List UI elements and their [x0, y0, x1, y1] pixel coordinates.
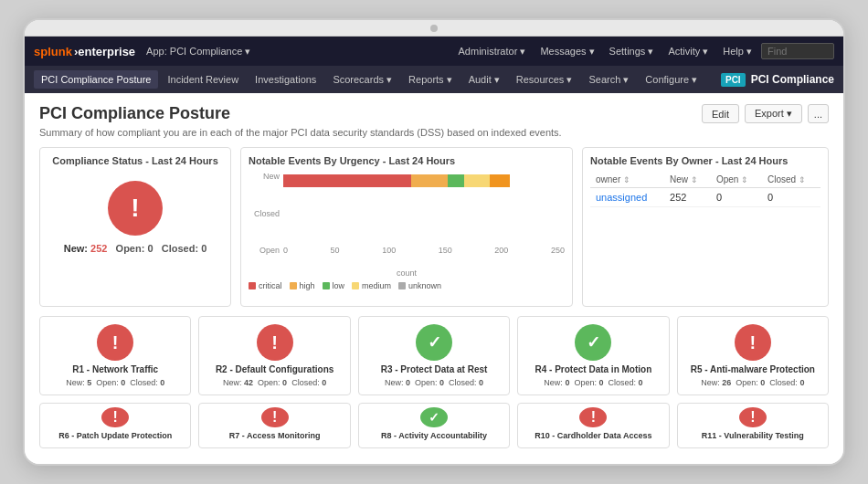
device-frame: splunk›enterprise App: PCI Compliance ▾ … — [23, 18, 845, 466]
x-label-100: 100 — [382, 246, 396, 255]
r1-counts: New: 5 Open: 0 Closed: 0 — [66, 378, 164, 387]
legend-high: high — [290, 281, 315, 290]
top-nav-links: Administrator ▾ Messages ▾ Settings ▾ Ac… — [453, 43, 834, 59]
card-r4: ✓ R4 - Protect Data in Motion New: 0 Ope… — [517, 316, 669, 395]
owner-panel-title: Notable Events By Owner - Last 24 Hours — [590, 155, 820, 166]
nav-resources[interactable]: Resources ▾ — [509, 70, 580, 89]
y-label-open: Open — [249, 246, 280, 255]
card-r10: ! R10 - Cardholder Data Access — [517, 403, 669, 448]
col-closed: Closed ⇕ — [762, 172, 820, 188]
closed-label: Closed: — [162, 243, 198, 254]
pci-badge: PCI — [721, 73, 746, 87]
r5-counts: New: 26 Open: 0 Closed: 0 — [701, 378, 804, 387]
r1-title: R1 - Network Traffic — [72, 364, 158, 375]
legend-unknown: unknown — [398, 281, 441, 290]
col-owner: owner ⇕ — [590, 172, 664, 188]
settings-link[interactable]: Settings ▾ — [604, 44, 660, 59]
card-r3: ✓ R3 - Protect Data at Rest New: 0 Open:… — [358, 316, 510, 395]
help-link[interactable]: Help ▾ — [717, 44, 757, 59]
admin-link[interactable]: Administrator ▾ — [453, 44, 532, 59]
device-top-bar — [25, 20, 843, 37]
owner-panel: Notable Events By Owner - Last 24 Hours … — [582, 147, 829, 307]
legend-label-low: low — [333, 281, 345, 290]
nav-configure[interactable]: Configure ▾ — [638, 70, 704, 89]
r10-title: R10 - Cardholder Data Access — [535, 431, 651, 441]
page-header: PCI Compliance Posture Edit Export ▾ ... — [39, 104, 829, 123]
bar-row-open — [283, 220, 565, 238]
page-actions: Edit Export ▾ ... — [702, 104, 829, 123]
r8-icon: ✓ — [420, 407, 448, 427]
r10-icon: ! — [579, 407, 607, 427]
export-button[interactable]: Export ▾ — [745, 104, 802, 123]
nav-search[interactable]: Search ▾ — [581, 70, 636, 89]
bar-segment-low — [448, 174, 464, 187]
urgency-panel-title: Notable Events By Urgency - Last 24 Hour… — [249, 155, 565, 166]
chart-legend: critical high low — [249, 281, 565, 290]
compliance-status-panel: Compliance Status - Last 24 Hours ! New:… — [39, 147, 231, 307]
r7-icon: ! — [261, 407, 289, 427]
card-r8: ✓ R8 - Activity Accountability — [358, 403, 510, 448]
owner-unassigned-link[interactable]: unassigned — [596, 192, 647, 203]
nav-pci-posture[interactable]: PCI Compliance Posture — [34, 70, 158, 89]
legend-dot-high — [290, 282, 297, 289]
r4-title: R4 - Protect Data in Motion — [535, 364, 652, 375]
nav-scorecards[interactable]: Scorecards ▾ — [325, 70, 399, 89]
find-input[interactable] — [761, 43, 834, 59]
more-options-button[interactable]: ... — [808, 104, 829, 123]
legend-label-high: high — [300, 281, 315, 290]
legend-medium: medium — [352, 281, 391, 290]
r4-counts: New: 0 Open: 0 Closed: 0 — [544, 378, 642, 387]
bar-segment-critical — [283, 174, 411, 187]
page-title: PCI Compliance Posture — [39, 104, 230, 123]
x-axis-label: count — [249, 268, 565, 278]
y-label-new: New — [249, 172, 280, 181]
r8-title: R8 - Activity Accountability — [381, 431, 487, 441]
legend-dot-unknown — [398, 282, 406, 289]
legend-critical: critical — [249, 281, 282, 290]
r11-icon: ! — [739, 407, 767, 427]
pci-compliance-label: PCI Compliance — [751, 73, 834, 86]
legend-low: low — [323, 281, 345, 290]
activity-link[interactable]: Activity ▾ — [662, 44, 714, 59]
messages-link[interactable]: Messages ▾ — [535, 44, 599, 59]
bar-row-closed — [283, 195, 565, 214]
nav-reports[interactable]: Reports ▾ — [401, 70, 460, 89]
r3-icon: ✓ — [416, 324, 452, 361]
card-r1: ! R1 - Network Traffic New: 5 Open: 0 Cl… — [39, 316, 191, 395]
x-label-250: 250 — [551, 246, 565, 255]
app-label[interactable]: App: PCI Compliance ▾ — [146, 46, 250, 58]
main-content: PCI Compliance Posture Edit Export ▾ ...… — [25, 93, 843, 464]
nav-incident-review[interactable]: Incident Review — [160, 70, 246, 89]
edit-button[interactable]: Edit — [702, 104, 739, 123]
card-r6: ! R6 - Patch Update Protection — [39, 403, 191, 448]
bar-row-new — [283, 172, 565, 190]
bar-segment-high — [411, 174, 448, 187]
r2-title: R2 - Default Configurations — [216, 364, 333, 375]
page-subtitle: Summary of how compliant you are in each… — [39, 127, 829, 138]
row-new-val: 252 — [664, 188, 711, 207]
status-counts: New: 252 Open: 0 Closed: 0 — [64, 243, 207, 254]
compliance-status-title: Compliance Status - Last 24 Hours — [52, 155, 218, 166]
open-value: 0 — [147, 243, 153, 254]
cards-row-2: ! R6 - Patch Update Protection ! R7 - Ac… — [39, 403, 829, 448]
r2-counts: New: 42 Open: 0 Closed: 0 — [223, 378, 326, 387]
x-label-50: 50 — [331, 246, 340, 255]
r4-icon: ✓ — [575, 324, 611, 361]
bar-segment-unknown — [490, 174, 510, 187]
y-axis: New Closed Open — [249, 172, 283, 268]
legend-label-unknown: unknown — [408, 281, 441, 290]
r11-title: R11 - Vulnerability Testing — [702, 431, 804, 441]
bar-segment-medium — [464, 174, 490, 187]
row-closed-val: 0 — [762, 188, 820, 207]
new-value: 252 — [90, 243, 107, 254]
splunk-logo-text: splunk — [34, 45, 72, 58]
r6-title: R6 - Patch Update Protection — [58, 431, 172, 441]
nav-audit[interactable]: Audit ▾ — [461, 70, 507, 89]
nav-investigations[interactable]: Investigations — [248, 70, 323, 89]
x-label-150: 150 — [439, 246, 452, 255]
legend-dot-critical — [249, 282, 256, 289]
events-table: owner ⇕ New ⇕ Open ⇕ Closed ⇕ unassigned… — [590, 172, 820, 207]
splunk-logo: splunk›enterprise — [34, 45, 135, 58]
r3-counts: New: 0 Open: 0 Closed: 0 — [385, 378, 483, 387]
card-r11: ! R11 - Vulnerability Testing — [677, 403, 829, 448]
